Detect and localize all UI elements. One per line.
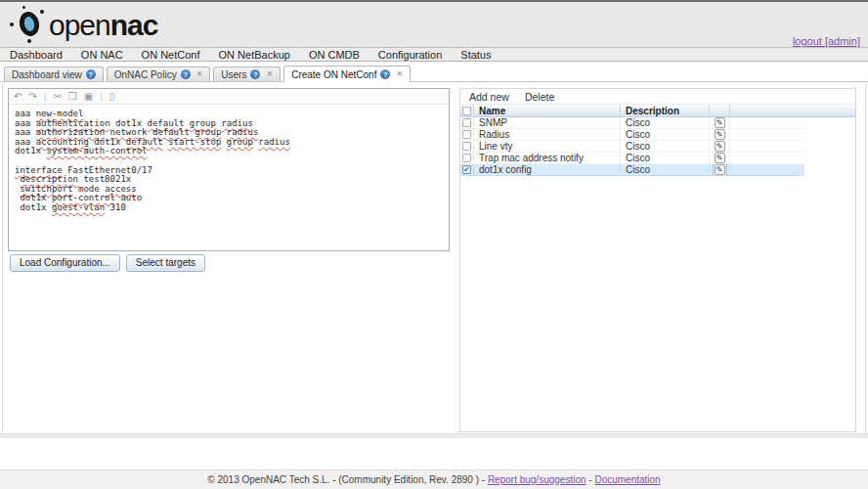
row-actions-cell: ✎ [710,164,730,175]
tab-label: Create ON NetConf [291,69,376,80]
logo-dot-icon [27,39,31,43]
table-row-radius[interactable]: RadiusCisco✎ [460,129,804,141]
menu-item-status[interactable]: Status [460,49,491,61]
tab-users[interactable]: Users?✕ [213,67,281,81]
tab-label: OnNAC Policy [114,69,177,80]
logo-dot-icon [40,10,44,14]
edit-icon[interactable]: ✎ [715,129,725,140]
row-name-cell: Trap mac address notify [474,153,621,163]
row-checkbox[interactable] [462,154,471,162]
row-checkbox[interactable] [462,142,471,151]
main-menu-bar: DashboardON NACON NetConfON NetBackupON … [0,47,868,62]
grid-body: SNMPCisco✎RadiusCisco✎Line vtyCisco✎Trap… [460,117,855,176]
documentation-link[interactable]: Documentation [594,474,660,485]
tab-label: Dashboard view [12,69,82,80]
copy-icon[interactable]: ❐ [68,92,77,102]
row-name-cell: Line vty [474,141,621,152]
row-description-cell: Cisco [621,117,710,128]
table-row-dot1x-config[interactable]: ✔dot1x configCisco✎ [460,164,804,176]
table-row-snmp[interactable]: SNMPCisco✎ [460,117,804,129]
opennac-logo: opennac [14,8,157,43]
row-actions-cell: ✎ [710,141,730,152]
tab-create-on-netconf[interactable]: Create ON NetConf?✕ [283,66,411,82]
help-icon[interactable]: ? [86,69,96,79]
new-document-icon[interactable]: ▯ [109,92,115,102]
logout-link[interactable]: logout [admin] [793,35,860,47]
undo-icon[interactable]: ↶ [14,92,22,102]
column-header-description[interactable]: Description [621,105,710,116]
column-header-name[interactable]: Name [474,105,621,116]
row-checkbox[interactable]: ✔ [462,165,471,174]
focused-edit-icon: ✎ [713,164,727,175]
tab-dashboard-view[interactable]: Dashboard view? [4,67,104,81]
toolbar-separator: | [100,92,103,102]
footer-bar: © 2013 OpenNAC Tech S.L. - (Community Ed… [0,469,868,489]
row-filler-cell [730,117,804,128]
row-checkbox-cell [460,129,474,140]
edit-icon[interactable]: ✎ [715,117,725,128]
menu-item-on-netbackup[interactable]: ON NetBackup [219,49,290,61]
logo-text: opennac [49,8,157,43]
row-description-cell: Cisco [621,141,710,152]
delete-button[interactable]: Delete [525,91,554,103]
logo-dot-icon [22,6,25,9]
toolbar-separator: | [44,92,47,102]
paste-icon[interactable]: ▣ [84,92,93,102]
templates-grid-panel: Add new Delete Name Description SNMPCisc… [459,88,856,432]
editor-toolbar: ↶↷|✂❐▣|▯ [9,89,449,105]
row-filler-cell [730,129,804,140]
select-all-checkbox[interactable] [460,105,474,116]
row-filler-cell [730,141,804,152]
help-icon[interactable]: ? [250,69,260,79]
table-row-trap-mac-address-notify[interactable]: Trap mac address notifyCisco✎ [460,153,804,164]
row-description-cell: Cisco [621,164,710,175]
code-line: dot1x system-auth-control [15,147,443,156]
report-bug-link[interactable]: Report bug/suggestion [488,474,586,485]
menu-item-on-netconf[interactable]: ON NetConf [142,49,200,61]
tab-strip: Dashboard view?OnNAC Policy?✕Users?✕Crea… [0,65,868,82]
row-description-cell: Cisco [621,153,710,163]
menu-item-dashboard[interactable]: Dashboard [10,49,63,61]
row-name-cell: SNMP [474,117,621,128]
row-description-cell: Cisco [621,129,710,140]
row-checkbox-cell: ✔ [460,164,474,175]
edit-icon[interactable]: ✎ [715,153,725,163]
column-header-actions [710,105,730,116]
config-code-editor[interactable]: aaa new-modelaaa authentication dot1x de… [9,105,449,251]
close-icon[interactable]: ✕ [196,70,203,78]
netconf-editor-panel: ↶↷|✂❐▣|▯ aaa new-modelaaa authentication… [8,88,450,251]
cut-icon[interactable]: ✂ [53,92,61,102]
menu-item-configuration[interactable]: Configuration [378,49,442,61]
menu-item-on-cmdb[interactable]: ON CMDB [309,49,360,61]
edit-icon[interactable]: ✎ [715,164,725,175]
row-checkbox-cell [460,141,474,152]
row-checkbox-cell [460,153,474,163]
opennac-app: opennac logout [admin] DashboardON NACON… [0,0,868,489]
row-filler-cell [730,153,804,163]
row-checkbox[interactable] [462,130,471,139]
load-configuration-button[interactable]: Load Configuration... [10,254,120,272]
help-icon[interactable]: ? [181,69,191,79]
row-name-cell: dot1x config [474,164,621,175]
select-targets-button[interactable]: Select targets [126,254,205,272]
tab-label: Users [221,69,246,80]
table-row-line-vty[interactable]: Line vtyCisco✎ [460,141,804,153]
checkbox-icon[interactable] [462,107,471,115]
edit-icon[interactable]: ✎ [715,141,725,152]
row-actions-cell: ✎ [710,153,730,163]
close-icon[interactable]: ✕ [396,70,403,78]
row-name-cell: Radius [474,129,621,140]
redo-icon[interactable]: ↷ [28,92,36,102]
row-checkbox[interactable] [462,118,471,127]
logo-dot-icon [10,22,14,26]
grid-header-row: Name Description [460,104,855,117]
close-icon[interactable]: ✕ [266,70,273,78]
help-icon[interactable]: ? [380,69,390,79]
tab-onnac-policy[interactable]: OnNAC Policy?✕ [107,67,211,81]
editor-buttons: Load Configuration... Select targets [10,254,205,272]
menu-item-on-nac[interactable]: ON NAC [81,49,123,61]
logo-o-icon [14,8,47,43]
add-new-button[interactable]: Add new [469,91,509,103]
row-actions-cell: ✎ [710,117,730,128]
footer-separator: - [586,474,595,485]
